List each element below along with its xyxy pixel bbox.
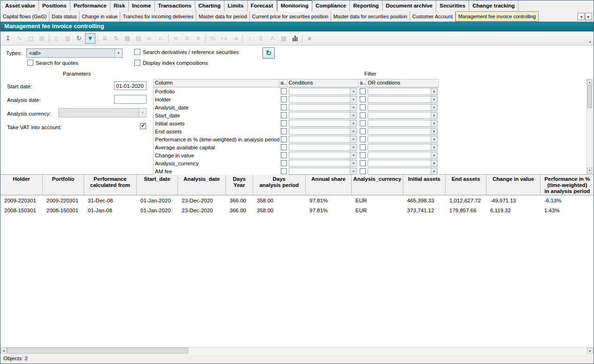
menu-tab-asset-value[interactable]: Asset value bbox=[2, 0, 39, 11]
filter-header-3-a[interactable]: a.. bbox=[358, 79, 366, 87]
or-condition-select[interactable]: ▼ bbox=[368, 168, 438, 175]
or-condition-and-checkbox[interactable] bbox=[360, 144, 366, 150]
condition-and-checkbox[interactable] bbox=[281, 120, 287, 126]
chevron-down-icon[interactable]: ▼ bbox=[431, 136, 437, 142]
menu-tab-forecast[interactable]: Forecast bbox=[247, 0, 277, 11]
condition-and-checkbox[interactable] bbox=[281, 160, 287, 166]
chevron-down-icon[interactable]: ▼ bbox=[350, 144, 356, 150]
or-condition-and-checkbox[interactable] bbox=[360, 168, 366, 174]
menu-tab-monitoring[interactable]: Monitoring bbox=[277, 0, 312, 11]
horizontal-scroll-thumb[interactable] bbox=[7, 348, 188, 354]
subtab-tranches-for-incoming-deliveries[interactable]: Tranches for incoming deliveries bbox=[120, 11, 196, 22]
or-condition-select[interactable]: ▼ bbox=[368, 128, 438, 135]
condition-and-checkbox[interactable] bbox=[281, 144, 287, 150]
menu-tab-risk[interactable]: Risk bbox=[110, 0, 129, 11]
menu-tab-positions[interactable]: Positions bbox=[39, 0, 70, 11]
chevron-down-icon[interactable]: ▼ bbox=[350, 96, 356, 102]
chevron-down-icon[interactable]: ▼ bbox=[350, 120, 356, 126]
or-condition-and-checkbox[interactable] bbox=[360, 128, 366, 134]
chevron-down-icon[interactable]: ▼ bbox=[431, 152, 437, 158]
condition-select[interactable]: ▼ bbox=[289, 168, 357, 175]
chevron-down-icon[interactable]: ▼ bbox=[431, 120, 437, 126]
condition-select[interactable]: ▼ bbox=[289, 136, 357, 143]
column-header-portfolio[interactable]: Portfolio bbox=[43, 175, 84, 195]
or-condition-select[interactable]: ▼ bbox=[368, 120, 438, 127]
condition-select[interactable]: ▼ bbox=[289, 112, 357, 119]
condition-select[interactable]: ▼ bbox=[289, 120, 357, 127]
or-condition-and-checkbox[interactable] bbox=[360, 120, 366, 126]
chevron-down-icon[interactable]: ▼ bbox=[431, 112, 437, 118]
condition-and-checkbox[interactable] bbox=[281, 104, 287, 110]
column-header-days-year[interactable]: DaysYear bbox=[226, 175, 253, 195]
or-condition-and-checkbox[interactable] bbox=[360, 96, 366, 102]
or-condition-and-checkbox[interactable] bbox=[360, 112, 366, 118]
analysis-date-input[interactable] bbox=[114, 95, 147, 104]
scroll-up-button[interactable]: ▲ bbox=[587, 79, 592, 85]
column-header-performance-calculated-from[interactable]: Performancecalculated from bbox=[84, 175, 137, 195]
menu-tab-performance[interactable]: Performance bbox=[70, 0, 110, 11]
or-condition-and-checkbox[interactable] bbox=[360, 136, 366, 142]
column-header-days-analysis-period[interactable]: Daysanalysis period bbox=[253, 175, 306, 195]
tab-scroll-right-button[interactable]: ► bbox=[585, 13, 592, 20]
search-derivatives-checkbox[interactable] bbox=[134, 49, 140, 55]
or-condition-select[interactable]: ▼ bbox=[368, 160, 438, 167]
column-header-initial-assets[interactable]: Initial assets bbox=[403, 175, 446, 195]
or-condition-and-checkbox[interactable] bbox=[360, 152, 366, 158]
chevron-down-icon[interactable]: ▼ bbox=[431, 88, 437, 94]
refresh-button[interactable]: ↻ bbox=[74, 33, 84, 44]
column-header-end-assets[interactable]: End assets bbox=[446, 175, 486, 195]
filter-header-1-a[interactable]: a.. bbox=[279, 79, 287, 87]
export-data-button[interactable]: ↧ bbox=[3, 33, 13, 44]
menu-tab-compliance[interactable]: Compliance bbox=[312, 0, 350, 11]
column-header-annual-share[interactable]: Annual share bbox=[306, 175, 352, 195]
menu-tab-document-archive[interactable]: Document archive bbox=[383, 0, 437, 11]
search-quotes-checkbox[interactable] bbox=[27, 60, 33, 66]
condition-and-checkbox[interactable] bbox=[281, 128, 287, 134]
tab-scroll-left-button[interactable]: ◄ bbox=[578, 13, 585, 20]
condition-select[interactable]: ▼ bbox=[289, 144, 357, 151]
column-header-analysis-date[interactable]: Analysis_date bbox=[178, 175, 226, 195]
or-condition-select[interactable]: ▼ bbox=[368, 136, 438, 143]
chevron-down-icon[interactable]: ▼ bbox=[350, 136, 356, 142]
chart-view-button[interactable] bbox=[290, 33, 300, 44]
or-condition-and-checkbox[interactable] bbox=[360, 88, 366, 94]
condition-and-checkbox[interactable] bbox=[281, 152, 287, 158]
chevron-down-icon[interactable]: ▼ bbox=[431, 104, 437, 110]
or-condition-select[interactable]: ▼ bbox=[368, 144, 438, 151]
scroll-left-button[interactable]: ◄ bbox=[0, 348, 7, 354]
search-refresh-button[interactable]: ↻ bbox=[262, 47, 275, 59]
filter-header-0-column[interactable]: Column bbox=[154, 79, 279, 87]
chevron-down-icon[interactable]: ▼ bbox=[431, 160, 437, 166]
menu-tab-limits[interactable]: Limits bbox=[224, 0, 247, 11]
column-header-holder[interactable]: Holder bbox=[0, 175, 43, 195]
condition-and-checkbox[interactable] bbox=[281, 112, 287, 118]
menu-tab-income[interactable]: Income bbox=[129, 0, 154, 11]
table-row-1[interactable]: 2009-2203012009-22030131-Dec-0801-Jan-20… bbox=[0, 195, 594, 205]
chevron-down-icon[interactable]: ▼ bbox=[431, 96, 437, 102]
chevron-down-icon[interactable]: ▼ bbox=[350, 88, 356, 94]
or-condition-and-checkbox[interactable] bbox=[360, 104, 366, 110]
menu-tab-securities[interactable]: Securities bbox=[436, 0, 469, 11]
column-header-analysis-currency[interactable]: Analysis_currency bbox=[352, 175, 403, 195]
scroll-down-button[interactable]: ▼ bbox=[587, 168, 592, 173]
menu-tab-charting[interactable]: Charting bbox=[195, 0, 224, 11]
or-condition-select[interactable]: ▼ bbox=[368, 112, 438, 119]
menu-tab-reporting[interactable]: Reporting bbox=[350, 0, 382, 11]
chevron-down-icon[interactable]: ▼ bbox=[350, 128, 356, 134]
subtab-current-price-for-securities-position[interactable]: Current price for securities position bbox=[250, 11, 331, 22]
chevron-down-icon[interactable]: ▼ bbox=[115, 49, 122, 57]
subtab-customer-account[interactable]: Customer Account bbox=[410, 11, 455, 22]
or-condition-select[interactable]: ▼ bbox=[368, 152, 438, 159]
menu-tab-change-tracking[interactable]: Change tracking bbox=[469, 0, 518, 11]
or-condition-select[interactable]: ▼ bbox=[368, 88, 438, 95]
subtab-data-status[interactable]: Data status bbox=[49, 11, 79, 22]
column-header-change-in-value[interactable]: Change in value bbox=[486, 175, 540, 195]
chevron-down-icon[interactable]: ▼ bbox=[350, 104, 356, 110]
column-header-start-date[interactable]: Start_date bbox=[137, 175, 178, 195]
chevron-down-icon[interactable]: ▼ bbox=[350, 152, 356, 158]
scroll-right-button[interactable]: ► bbox=[587, 348, 594, 354]
subtab-change-in-value[interactable]: Change in value bbox=[79, 11, 120, 22]
condition-select[interactable]: ▼ bbox=[289, 104, 357, 111]
chevron-down-icon[interactable]: ▼ bbox=[431, 168, 437, 174]
condition-and-checkbox[interactable] bbox=[281, 96, 287, 102]
